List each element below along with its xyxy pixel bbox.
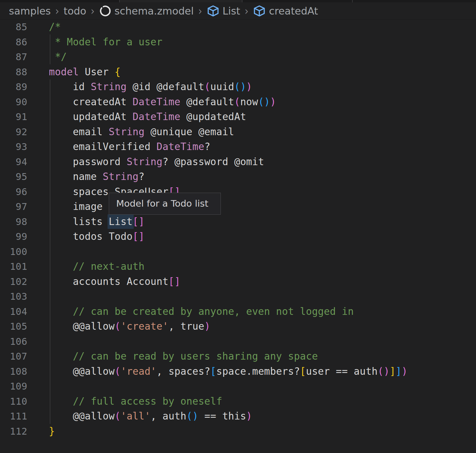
line-number[interactable]: 96 <box>0 184 27 200</box>
active-tab-remnant <box>119 0 242 2</box>
line-number[interactable]: 85 <box>0 20 27 35</box>
code-line-98[interactable]: 98 lists List[] <box>0 214 476 229</box>
line-number[interactable]: 112 <box>0 424 27 439</box>
code-line-92[interactable]: 92 email String @unique @email <box>0 125 476 140</box>
code-text[interactable] <box>27 379 49 394</box>
breadcrumb-item-list[interactable]: List <box>207 4 240 17</box>
code-text[interactable]: createdAt DateTime @default(now()) <box>27 95 276 110</box>
line-number[interactable]: 97 <box>0 199 27 214</box>
breadcrumb-item-schema-zmodel[interactable]: schema.zmodel <box>99 5 194 17</box>
code-text[interactable]: @@allow('create', true) <box>27 319 210 334</box>
code-line-99[interactable]: 99 todos Todo[] <box>0 229 476 244</box>
code-line-105[interactable]: 105 @@allow('create', true) <box>0 319 476 334</box>
line-number[interactable]: 100 <box>0 244 27 259</box>
code-line-88[interactable]: 88model User { <box>0 65 476 80</box>
symbol-cube-icon <box>207 4 220 17</box>
code-line-86[interactable]: 86 * Model for a user <box>0 35 476 50</box>
code-text[interactable]: name String? <box>27 169 145 184</box>
line-number[interactable]: 98 <box>0 214 27 229</box>
code-line-107[interactable]: 107 // can be read by users sharing any … <box>0 349 476 364</box>
breadcrumb-item-samples[interactable]: samples <box>9 5 51 17</box>
code-line-109[interactable]: 109 <box>0 379 476 394</box>
line-number[interactable]: 103 <box>0 289 27 304</box>
code-text[interactable]: password String? @password @omit <box>27 154 264 170</box>
line-number[interactable]: 88 <box>0 65 27 80</box>
line-number[interactable]: 89 <box>0 79 27 95</box>
code-line-112[interactable]: 112} <box>0 424 476 439</box>
tab-divider <box>242 0 242 2</box>
line-number[interactable]: 104 <box>0 304 27 319</box>
line-number[interactable]: 91 <box>0 109 27 125</box>
line-number[interactable]: 106 <box>0 334 27 349</box>
breadcrumb-item-createdat[interactable]: createdAt <box>253 4 318 17</box>
code-text[interactable]: // can be created by anyone, even not lo… <box>27 304 354 319</box>
code-line-87[interactable]: 87 */ <box>0 50 476 65</box>
code-text[interactable]: id String @id @default(uuid()) <box>27 79 252 95</box>
code-text[interactable]: // next-auth <box>27 259 145 274</box>
line-number[interactable]: 108 <box>0 364 27 379</box>
line-number[interactable]: 109 <box>0 379 27 394</box>
code-text[interactable]: model User { <box>27 65 121 80</box>
code-text[interactable]: updatedAt DateTime @updatedAt <box>27 109 246 125</box>
line-number[interactable]: 87 <box>0 50 27 65</box>
line-number[interactable]: 93 <box>0 139 27 154</box>
code-text[interactable]: todos Todo[] <box>27 229 145 244</box>
line-number[interactable]: 94 <box>0 154 27 170</box>
line-number[interactable]: 105 <box>0 319 27 334</box>
code-text[interactable]: // full access by oneself <box>27 394 222 409</box>
code-text[interactable] <box>27 244 49 259</box>
line-number[interactable]: 111 <box>0 409 27 424</box>
code-text[interactable] <box>27 289 49 304</box>
code-line-101[interactable]: 101 // next-auth <box>0 259 476 274</box>
code-text[interactable]: @@allow('all', auth() == this) <box>27 409 252 424</box>
code-line-108[interactable]: 108 @@allow('read', spaces?[space.member… <box>0 364 476 379</box>
code-line-96[interactable]: 96 spaces SpaceUser[] <box>0 184 476 200</box>
line-number[interactable]: 101 <box>0 259 27 274</box>
code-line-111[interactable]: 111 @@allow('all', auth() == this) <box>0 409 476 424</box>
code-line-85[interactable]: 85/* <box>0 20 476 35</box>
code-line-95[interactable]: 95 name String? <box>0 169 476 184</box>
code-text[interactable]: } <box>27 424 55 439</box>
code-text[interactable] <box>27 334 49 349</box>
line-number[interactable]: 110 <box>0 394 27 409</box>
line-number[interactable]: 107 <box>0 349 27 364</box>
code-token: ? <box>204 141 210 152</box>
highlighted-word[interactable]: List <box>108 214 134 229</box>
code-line-104[interactable]: 104 // can be created by anyone, even no… <box>0 304 476 319</box>
code-line-100[interactable]: 100 <box>0 244 476 259</box>
line-number[interactable]: 86 <box>0 35 27 50</box>
line-number[interactable]: 92 <box>0 125 27 140</box>
breadcrumb-item-todo[interactable]: todo <box>64 5 87 17</box>
breadcrumb-label: samples <box>9 5 51 17</box>
code-token: password <box>49 156 127 168</box>
code-text[interactable]: * Model for a user <box>27 35 162 50</box>
code-line-90[interactable]: 90 createdAt DateTime @default(now()) <box>0 95 476 110</box>
code-line-93[interactable]: 93 emailVerified DateTime? <box>0 139 476 154</box>
code-text[interactable]: @@allow('read', spaces?[space.members?[u… <box>27 364 408 379</box>
code-text[interactable]: /* <box>27 20 61 35</box>
code-line-94[interactable]: 94 password String? @password @omit <box>0 154 476 170</box>
code-line-89[interactable]: 89 id String @id @default(uuid()) <box>0 79 476 95</box>
code-line-97[interactable]: 97 image <box>0 199 476 214</box>
code-line-110[interactable]: 110 // full access by oneself <box>0 394 476 409</box>
code-line-106[interactable]: 106 <box>0 334 476 349</box>
code-text[interactable]: */ <box>27 50 67 65</box>
code-line-91[interactable]: 91 updatedAt DateTime @updatedAt <box>0 109 476 125</box>
line-number[interactable]: 99 <box>0 229 27 244</box>
code-line-102[interactable]: 102 accounts Account[] <box>0 274 476 289</box>
code-text[interactable]: email String @unique @email <box>27 125 234 140</box>
code-token: uuid <box>210 81 234 92</box>
line-number[interactable]: 95 <box>0 169 27 184</box>
breadcrumb: samples›todo›schema.zmodel›List›createdA… <box>0 2 476 20</box>
line-number[interactable]: 102 <box>0 274 27 289</box>
code-text[interactable]: image <box>27 199 103 214</box>
breadcrumb-label: List <box>223 5 240 17</box>
code-token: () <box>378 366 389 377</box>
code-token: ) <box>246 410 252 422</box>
code-text[interactable]: // can be read by users sharing any spac… <box>27 349 318 364</box>
line-number[interactable]: 90 <box>0 95 27 110</box>
code-token: model <box>49 66 79 78</box>
code-text[interactable]: emailVerified DateTime? <box>27 139 210 154</box>
code-text[interactable]: lists List[] <box>27 214 145 229</box>
code-line-103[interactable]: 103 <box>0 289 476 304</box>
